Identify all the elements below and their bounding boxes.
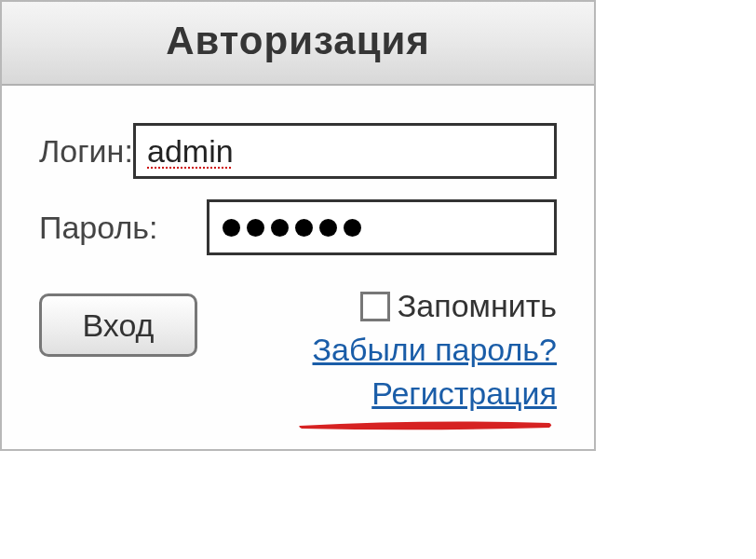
right-column: Запомнить Забыли пароль? Регистрация [197,288,557,430]
password-dot [344,219,361,237]
password-dot [223,219,240,237]
password-dot [319,219,337,237]
panel-title: Авторизация [2,19,594,63]
password-dot [247,219,264,237]
password-dot [271,219,289,237]
panel-body: Логин: Пароль: Вход Запомнить [2,86,594,449]
remember-label: Запомнить [398,288,557,324]
login-label: Логин: [39,133,133,170]
submit-button[interactable]: Вход [39,293,197,357]
password-dot [295,219,313,237]
panel-header: Авторизация [2,2,594,86]
forgot-password-link[interactable]: Забыли пароль? [313,332,558,368]
remember-checkbox[interactable] [360,292,390,321]
password-label: Пароль: [39,210,207,246]
register-link[interactable]: Регистрация [371,375,557,412]
password-input[interactable] [207,199,557,255]
annotation-underline-icon [296,417,557,430]
remember-row: Запомнить [360,288,557,324]
login-panel: Авторизация Логин: Пароль: Вход [0,0,596,451]
login-row: Логин: [39,123,557,179]
bottom-section: Вход Запомнить Забыли пароль? Регистраци… [39,288,557,430]
password-row: Пароль: [39,199,557,255]
login-input[interactable] [133,123,557,179]
